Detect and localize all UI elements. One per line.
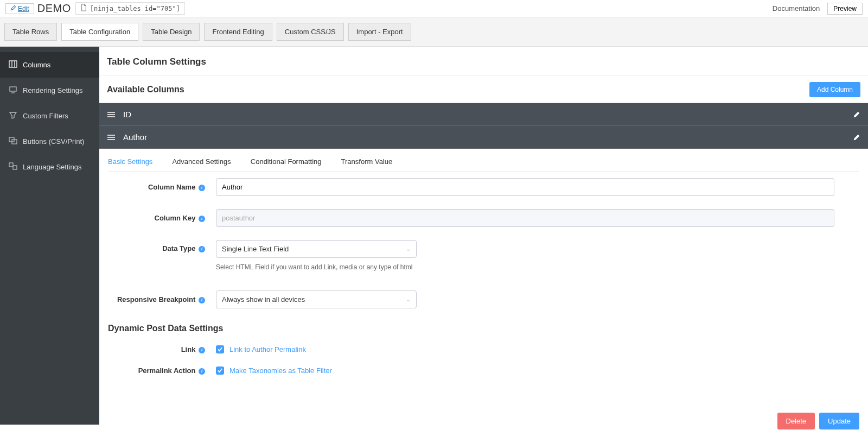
- dynamic-settings-heading: Dynamic Post Data Settings: [99, 315, 868, 339]
- buttons-icon: [9, 136, 17, 147]
- svg-rect-5: [13, 166, 17, 169]
- sidebar-item-label: Rendering Settings: [23, 86, 83, 94]
- info-icon[interactable]: i: [199, 347, 205, 353]
- top-bar: Edit DEMO [ninja_tables id="705"] Docume…: [0, 0, 868, 17]
- link-label: Link: [181, 345, 196, 353]
- tab-table-design[interactable]: Table Design: [143, 23, 200, 41]
- info-icon[interactable]: i: [199, 185, 205, 191]
- available-columns-title: Available Columns: [107, 85, 184, 94]
- chevron-down-icon: ⌄: [406, 245, 411, 252]
- link-checkbox[interactable]: [216, 345, 224, 353]
- content-area: Table Column Settings Available Columns …: [99, 47, 868, 425]
- add-column-button[interactable]: Add Column: [809, 82, 860, 97]
- data-type-help: Select HTML Field if you want to add Lin…: [216, 258, 859, 271]
- sidebar-item-language[interactable]: Language Settings: [0, 154, 99, 180]
- info-icon[interactable]: i: [199, 368, 205, 375]
- settings-tabs: Basic Settings Advanced Settings Conditi…: [108, 149, 859, 172]
- sidebar-item-label: Custom Filters: [23, 112, 68, 120]
- column-row-author[interactable]: Author: [99, 126, 868, 149]
- column-name: ID: [123, 110, 131, 119]
- document-icon: [80, 4, 87, 13]
- breakpoint-label: Responsive Breakpoint: [117, 295, 196, 304]
- svg-rect-0: [9, 61, 17, 67]
- columns-icon: [9, 60, 17, 70]
- sidebar-item-label: Language Settings: [23, 163, 81, 171]
- drag-handle-icon[interactable]: [107, 134, 116, 141]
- preview-button[interactable]: Preview: [827, 3, 863, 15]
- delete-button[interactable]: Delete: [777, 413, 815, 425]
- data-type-label: Data Type: [162, 244, 195, 252]
- column-name-input[interactable]: [216, 178, 834, 196]
- tab-frontend-editing[interactable]: Frontend Editing: [204, 23, 272, 41]
- edit-button[interactable]: Edit: [5, 3, 34, 14]
- tab-import-export[interactable]: Import - Export: [348, 23, 411, 41]
- sidebar-item-rendering[interactable]: Rendering Settings: [0, 78, 99, 103]
- chevron-down-icon: ⌄: [406, 296, 411, 303]
- info-icon[interactable]: i: [199, 246, 205, 252]
- svg-rect-4: [9, 163, 13, 167]
- tab-custom-css-js[interactable]: Custom CSS/JS: [277, 23, 344, 41]
- documentation-link[interactable]: Documentation: [767, 2, 825, 15]
- footer-actions: Delete Update: [769, 406, 869, 425]
- column-name-label: Column Name: [148, 183, 195, 191]
- permalink-label: Permalink Action: [138, 367, 196, 375]
- data-type-value: Single Line Text Field: [222, 245, 289, 253]
- sidebar-item-label: Columns: [23, 61, 50, 69]
- tab-transform-value[interactable]: Transform Value: [341, 157, 393, 166]
- tab-table-rows[interactable]: Table Rows: [4, 23, 57, 41]
- column-key-label: Column Key: [155, 214, 196, 222]
- tab-advanced-settings[interactable]: Advanced Settings: [172, 157, 231, 166]
- sidebar-item-columns[interactable]: Columns: [0, 52, 99, 78]
- breakpoint-value: Always show in all devices: [222, 295, 305, 304]
- permalink-checkbox[interactable]: [216, 367, 224, 375]
- column-name: Author: [123, 132, 147, 142]
- edit-column-icon[interactable]: [853, 111, 860, 118]
- update-button[interactable]: Update: [819, 413, 859, 425]
- svg-rect-1: [10, 87, 16, 91]
- column-settings-panel: Basic Settings Advanced Settings Conditi…: [99, 149, 868, 315]
- column-key-input: [216, 209, 834, 227]
- edit-column-icon[interactable]: [853, 134, 860, 141]
- edit-label: Edit: [18, 5, 29, 12]
- info-icon[interactable]: i: [199, 216, 205, 222]
- info-icon[interactable]: i: [199, 297, 205, 304]
- tab-table-configuration[interactable]: Table Configuration: [61, 23, 138, 41]
- filter-icon: [9, 111, 17, 121]
- sidebar: Columns Rendering Settings Custom Filter…: [0, 47, 99, 425]
- permalink-checkbox-label[interactable]: Make Taxonomies as Table Filter: [229, 367, 332, 375]
- drag-handle-icon[interactable]: [107, 111, 116, 118]
- tab-conditional-formatting[interactable]: Conditional Formatting: [251, 157, 322, 166]
- tab-basic-settings[interactable]: Basic Settings: [108, 157, 152, 166]
- link-checkbox-label[interactable]: Link to Author Permalink: [229, 345, 306, 353]
- section-title: Table Column Settings: [99, 47, 868, 75]
- data-type-select[interactable]: Single Line Text Field ⌄: [216, 240, 417, 258]
- language-icon: [9, 162, 17, 172]
- shortcode-text: [ninja_tables id="705"]: [90, 5, 180, 12]
- pencil-icon: [10, 5, 16, 12]
- page-title: DEMO: [37, 2, 71, 15]
- render-icon: [9, 85, 17, 96]
- sidebar-item-buttons[interactable]: Buttons (CSV/Print): [0, 129, 99, 154]
- columns-stack: ID Author: [99, 103, 868, 149]
- column-row-id[interactable]: ID: [99, 103, 868, 126]
- main-tabs: Table Rows Table Configuration Table Des…: [0, 17, 868, 47]
- breakpoint-select[interactable]: Always show in all devices ⌄: [216, 290, 417, 308]
- shortcode-box[interactable]: [ninja_tables id="705"]: [75, 2, 185, 15]
- sidebar-item-label: Buttons (CSV/Print): [23, 137, 84, 146]
- sidebar-item-filters[interactable]: Custom Filters: [0, 103, 99, 129]
